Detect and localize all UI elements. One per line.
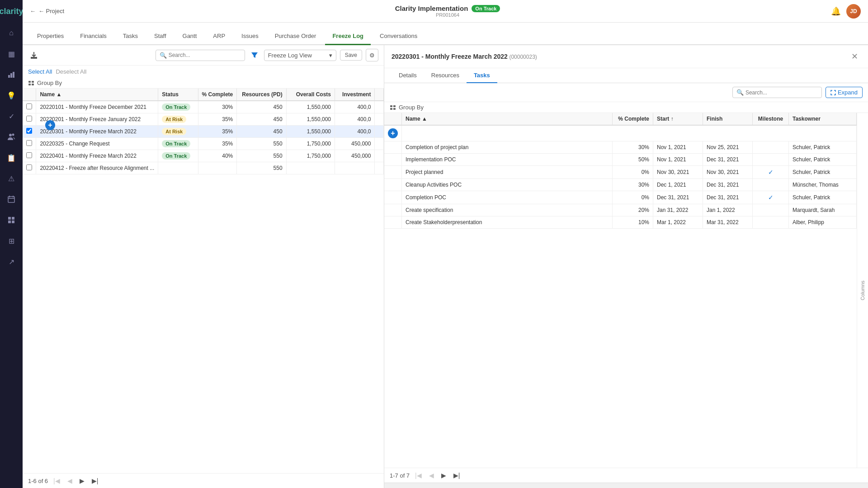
tasks-col-start[interactable]: Start ↑ bbox=[653, 113, 703, 125]
nav-tab-staff[interactable]: Staff bbox=[147, 28, 174, 45]
nav-tab-financials[interactable]: Financials bbox=[73, 28, 114, 45]
right-next-page-btn[interactable]: ▶ bbox=[439, 471, 448, 480]
row-checkbox-cell[interactable] bbox=[23, 113, 36, 126]
task-row[interactable]: Cleanup Activities POC 30% Dec 1, 2021 D… bbox=[384, 179, 857, 191]
row-checkbox-cell[interactable] bbox=[23, 138, 36, 150]
row-checkbox-cell[interactable] bbox=[23, 101, 36, 113]
sidebar-item-people[interactable] bbox=[0, 127, 23, 147]
right-h-scrollbar[interactable] bbox=[384, 483, 868, 488]
right-search-input[interactable] bbox=[745, 89, 818, 96]
row-checkbox[interactable] bbox=[26, 128, 32, 134]
right-prev-page-btn[interactable]: ◀ bbox=[427, 471, 436, 480]
col-header-investment[interactable]: Investment bbox=[335, 89, 375, 101]
nav-tab-gantt[interactable]: Gantt bbox=[175, 28, 204, 45]
col-header-resources[interactable]: Resources (PD) bbox=[237, 89, 286, 101]
table-row[interactable]: 20220301 - Monthly Freeze March 2022 At … bbox=[23, 126, 384, 138]
save-button[interactable]: Save bbox=[340, 50, 362, 61]
nav-tab-purchase_order[interactable]: Purchase Order bbox=[268, 28, 324, 45]
detail-tab-resources[interactable]: Resources bbox=[424, 68, 467, 83]
task-row[interactable]: Create specification 20% Jan 31, 2022 Ja… bbox=[384, 204, 857, 216]
svg-rect-20 bbox=[393, 108, 396, 110]
task-row[interactable]: Implementation POC 50% Nov 1, 2021 Dec 3… bbox=[384, 154, 857, 166]
task-row[interactable]: Completion of project plan 30% Nov 1, 20… bbox=[384, 141, 857, 154]
tasks-col-name[interactable]: Name ▲ bbox=[402, 113, 613, 125]
add-freeze-button[interactable]: + bbox=[45, 120, 55, 130]
detail-tab-tasks[interactable]: Tasks bbox=[467, 68, 497, 83]
left-search-input[interactable] bbox=[169, 52, 241, 58]
row-name[interactable]: 20220101 - Monthly Freeze December 2021 bbox=[36, 101, 158, 113]
sidebar-item-layers[interactable]: ⊞ bbox=[0, 230, 23, 251]
row-name[interactable]: 20220325 - Change Request bbox=[36, 138, 158, 150]
table-row[interactable]: 20220325 - Change Request On Track 35% 5… bbox=[23, 138, 384, 150]
add-task-button[interactable]: + bbox=[388, 128, 398, 138]
tasks-col-taskowner[interactable]: Taskowner bbox=[789, 113, 857, 125]
right-last-page-btn[interactable]: ▶| bbox=[452, 471, 462, 480]
nav-tab-conversations[interactable]: Conversations bbox=[373, 28, 425, 45]
table-row[interactable]: 20220201 - Monthly Freeze January 2022 A… bbox=[23, 113, 384, 126]
back-to-project-link[interactable]: ← ← Project bbox=[30, 8, 64, 14]
next-page-btn[interactable]: ▶ bbox=[78, 476, 86, 485]
row-name[interactable]: 20220401 - Monthly Freeze March 2022 bbox=[36, 150, 158, 162]
tasks-col-finish[interactable]: Finish bbox=[703, 113, 753, 125]
tasks-col-milestone[interactable]: Milestone bbox=[753, 113, 789, 125]
view-dropdown[interactable]: Freeze Log View ▾ bbox=[264, 50, 336, 61]
row-checkbox[interactable] bbox=[26, 103, 32, 109]
add-task-cell[interactable]: + bbox=[384, 125, 402, 141]
deselect-all-link[interactable]: Deselect All bbox=[56, 68, 86, 75]
row-checkbox[interactable] bbox=[26, 164, 32, 170]
row-checkbox[interactable] bbox=[26, 152, 32, 158]
nav-tab-tasks[interactable]: Tasks bbox=[116, 28, 145, 45]
nav-tab-properties[interactable]: Properties bbox=[30, 28, 71, 45]
sidebar-item-calendar[interactable] bbox=[0, 189, 23, 210]
sidebar-item-book[interactable]: 📋 bbox=[0, 147, 23, 168]
col-header-pct[interactable]: % Complete bbox=[198, 89, 237, 101]
right-first-page-btn[interactable]: |◀ bbox=[413, 471, 424, 480]
expand-button[interactable]: Expand bbox=[826, 87, 863, 98]
nav-tab-freeze_log[interactable]: Freeze Log bbox=[325, 28, 371, 45]
nav-tab-arp[interactable]: ARP bbox=[206, 28, 232, 45]
row-checkbox-cell[interactable] bbox=[23, 162, 36, 174]
row-checkbox[interactable] bbox=[26, 140, 32, 146]
settings-icon[interactable]: ⚙ bbox=[366, 49, 378, 61]
sidebar-item-grid[interactable]: ▦ bbox=[0, 43, 23, 64]
right-search-box[interactable]: 🔍 bbox=[732, 87, 822, 98]
sidebar-item-tiles[interactable] bbox=[0, 210, 23, 230]
first-page-btn[interactable]: |◀ bbox=[52, 476, 62, 485]
row-investment: 450,000 bbox=[335, 138, 375, 150]
left-search-box[interactable]: 🔍 bbox=[156, 50, 245, 61]
tasks-col-pct[interactable]: % Complete bbox=[613, 113, 653, 125]
close-panel-button[interactable]: ✕ bbox=[849, 51, 861, 62]
columns-sidebar-label[interactable]: Columns bbox=[858, 279, 867, 302]
task-pct: 20% bbox=[613, 204, 653, 216]
task-row[interactable]: Project planned 0% Nov 30, 2021 Nov 30, … bbox=[384, 166, 857, 179]
sidebar-item-alert[interactable]: ⚠ bbox=[0, 168, 23, 189]
user-avatar[interactable]: JD bbox=[846, 4, 861, 19]
select-all-link[interactable]: Select All bbox=[28, 68, 52, 75]
task-row[interactable]: Create Stakeholderpresentation 10% Mar 1… bbox=[384, 216, 857, 229]
row-checkbox[interactable] bbox=[26, 116, 32, 122]
col-header-costs[interactable]: Overall Costs bbox=[286, 89, 335, 101]
sidebar-item-bulb[interactable]: 💡 bbox=[0, 85, 23, 106]
export-button[interactable] bbox=[28, 49, 40, 61]
row-name[interactable]: 20220412 - Freeze after Resource Alignme… bbox=[36, 162, 158, 174]
row-checkbox-cell[interactable] bbox=[23, 150, 36, 162]
prev-page-btn[interactable]: ◀ bbox=[66, 476, 74, 485]
row-checkbox-cell[interactable] bbox=[23, 126, 36, 138]
col-header-status[interactable]: Status bbox=[158, 89, 198, 101]
nav-tab-issues[interactable]: Issues bbox=[234, 28, 266, 45]
detail-tab-details[interactable]: Details bbox=[392, 68, 424, 83]
sidebar-item-check[interactable]: ✓ bbox=[0, 106, 23, 127]
sidebar-item-share[interactable]: ↗ bbox=[0, 251, 23, 272]
task-row[interactable]: Completion POC 0% Dec 31, 2021 Dec 31, 2… bbox=[384, 191, 857, 204]
row-costs: 1,550,000 bbox=[286, 101, 335, 113]
notifications-icon[interactable]: 🔔 bbox=[831, 6, 841, 16]
filter-button[interactable] bbox=[249, 49, 260, 61]
col-header-name[interactable]: Name ▲ bbox=[36, 89, 158, 101]
table-row[interactable]: 20220101 - Monthly Freeze December 2021 … bbox=[23, 101, 384, 113]
table-row[interactable]: 20220401 - Monthly Freeze March 2022 On … bbox=[23, 150, 384, 162]
sidebar-item-home[interactable]: ⌂ bbox=[0, 23, 23, 43]
sidebar-item-chart[interactable] bbox=[0, 64, 23, 85]
table-row[interactable]: 20220412 - Freeze after Resource Alignme… bbox=[23, 162, 384, 174]
row-columns-cell bbox=[375, 162, 384, 174]
last-page-btn[interactable]: ▶| bbox=[90, 476, 100, 485]
